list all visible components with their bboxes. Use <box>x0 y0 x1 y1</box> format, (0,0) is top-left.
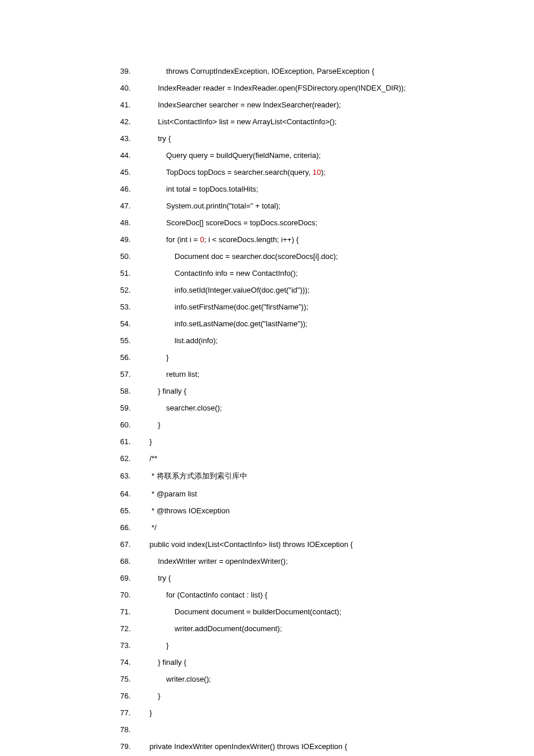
line-number: 44. <box>107 151 131 160</box>
code-text: writer.close(); <box>131 675 215 683</box>
line-number: 61. <box>107 437 131 446</box>
line-number: 54. <box>107 319 131 328</box>
code-text: * @throws IOException <box>131 506 232 515</box>
code-line: 72. writer.addDocument(document); <box>107 624 499 633</box>
code-line: 47. System.out.println("total=" + total)… <box>107 201 499 210</box>
code-line: 41. IndexSearcher searcher = new IndexSe… <box>107 100 499 109</box>
code-text: throws CorruptIndexException, IOExceptio… <box>131 67 378 75</box>
code-line: 70. for (ContactInfo contact : list) { <box>107 591 499 599</box>
line-number: 66. <box>107 523 131 532</box>
code-text: ContactInfo info = new ContactInfo(); <box>131 269 302 278</box>
line-number: 65. <box>107 506 131 515</box>
code-text <box>131 725 145 734</box>
line-number: 72. <box>107 624 131 633</box>
code-line: 53. info.setFirstName(doc.get("firstName… <box>107 303 499 311</box>
code-line: 45. TopDocs topDocs = searcher.search(qu… <box>107 168 499 177</box>
line-number: 39. <box>107 67 131 75</box>
line-number: 75. <box>107 675 131 683</box>
code-line: 56. } <box>107 353 499 362</box>
line-number: 43. <box>107 134 131 143</box>
code-text: Query query = buildQuery(fieldName, crit… <box>131 151 325 160</box>
code-line: 42. List<ContactInfo> list = new ArrayLi… <box>107 117 499 126</box>
code-line: 46. int total = topDocs.totalHits; <box>107 185 499 193</box>
code-text: IndexReader reader = IndexReader.open(FS… <box>131 84 410 92</box>
line-number: 62. <box>107 454 131 463</box>
code-line: 51. ContactInfo info = new ContactInfo()… <box>107 269 499 278</box>
line-number: 77. <box>107 708 131 717</box>
line-number: 59. <box>107 404 131 412</box>
code-line: 59. searcher.close(); <box>107 404 499 412</box>
line-number: 78. <box>107 725 131 734</box>
code-text: } finally { <box>131 387 190 395</box>
code-line: 74. } finally { <box>107 658 499 667</box>
line-number: 47. <box>107 201 131 210</box>
line-number: 76. <box>107 692 131 700</box>
code-line: 44. Query query = buildQuery(fieldName, … <box>107 151 499 160</box>
code-line: 50. Document doc = searcher.doc(scoreDoc… <box>107 252 499 261</box>
code-text: ScoreDoc[] scoreDocs = topDocs.scoreDocs… <box>131 218 322 227</box>
line-number: 51. <box>107 269 131 278</box>
code-page: 39. throws CorruptIndexException, IOExce… <box>0 0 534 756</box>
code-text: info.setLastName(doc.get("lastName")); <box>131 319 312 328</box>
code-line: 54. info.setLastName(doc.get("lastName")… <box>107 319 499 328</box>
code-text: list.add(info); <box>131 336 222 345</box>
line-number: 49. <box>107 235 131 244</box>
code-text: } finally { <box>131 658 190 667</box>
code-text: return list; <box>131 370 204 379</box>
code-line: 69. try { <box>107 574 499 582</box>
code-line: 77. } <box>107 708 499 717</box>
code-text: writer.addDocument(document); <box>131 624 286 633</box>
code-text: private IndexWriter openIndexWriter() th… <box>131 742 351 751</box>
code-line: 48. ScoreDoc[] scoreDocs = topDocs.score… <box>107 218 499 227</box>
code-line: 79. private IndexWriter openIndexWriter(… <box>107 742 499 751</box>
line-number: 40. <box>107 84 131 92</box>
line-number: 52. <box>107 286 131 294</box>
line-number: 48. <box>107 218 131 227</box>
line-number: 46. <box>107 185 131 193</box>
line-number: 53. <box>107 303 131 311</box>
code-text: Document doc = searcher.doc(scoreDocs[i]… <box>131 252 342 261</box>
code-line: 63. * 将联系方式添加到索引库中 <box>107 471 499 481</box>
line-number: 60. <box>107 420 131 429</box>
line-number: 41. <box>107 100 131 109</box>
code-line: 49. for (int i = 0; i < scoreDocs.length… <box>107 235 499 244</box>
line-number: 58. <box>107 387 131 395</box>
code-text: info.setFirstName(doc.get("firstName")); <box>131 303 312 311</box>
line-number: 69. <box>107 574 131 582</box>
code-text: */ <box>131 523 161 532</box>
line-number: 45. <box>107 168 131 177</box>
code-text: for (ContactInfo contact : list) { <box>131 591 272 599</box>
code-listing: 39. throws CorruptIndexException, IOExce… <box>107 67 499 756</box>
code-line: 66. */ <box>107 523 499 532</box>
code-line: 76. } <box>107 692 499 700</box>
line-number: 67. <box>107 540 131 549</box>
code-line: 65. * @throws IOException <box>107 506 499 515</box>
code-text: int total = topDocs.totalHits; <box>131 185 262 193</box>
code-line: 71. Document document = builderDocument(… <box>107 607 499 616</box>
line-number: 57. <box>107 370 131 379</box>
line-number: 42. <box>107 117 131 126</box>
code-text: for (int i = 0; i < scoreDocs.length; i+… <box>131 235 303 244</box>
code-text: System.out.println("total=" + total); <box>131 201 285 210</box>
code-text: Document document = builderDocument(cont… <box>131 607 345 616</box>
line-number: 68. <box>107 557 131 566</box>
line-number: 71. <box>107 607 131 616</box>
code-text: } <box>131 708 156 717</box>
line-number: 73. <box>107 641 131 650</box>
code-line: 62. /** <box>107 454 499 463</box>
code-text: IndexSearcher searcher = new IndexSearch… <box>131 100 345 109</box>
line-number: 74. <box>107 658 131 667</box>
code-line: 43. try { <box>107 134 499 143</box>
code-line: 55. list.add(info); <box>107 336 499 345</box>
line-number: 63. <box>107 471 131 480</box>
code-text: } <box>131 692 164 700</box>
code-text: info.setId(Integer.valueOf(doc.get("id")… <box>131 286 314 294</box>
code-text: } <box>131 437 156 446</box>
code-line: 61. } <box>107 437 499 446</box>
code-line: 68. IndexWriter writer = openIndexWriter… <box>107 557 499 566</box>
code-line: 52. info.setId(Integer.valueOf(doc.get("… <box>107 286 499 294</box>
code-text: } <box>131 420 164 429</box>
code-text: TopDocs topDocs = searcher.search(query,… <box>131 168 330 177</box>
code-line: 40. IndexReader reader = IndexReader.ope… <box>107 84 499 92</box>
line-number: 64. <box>107 489 131 498</box>
